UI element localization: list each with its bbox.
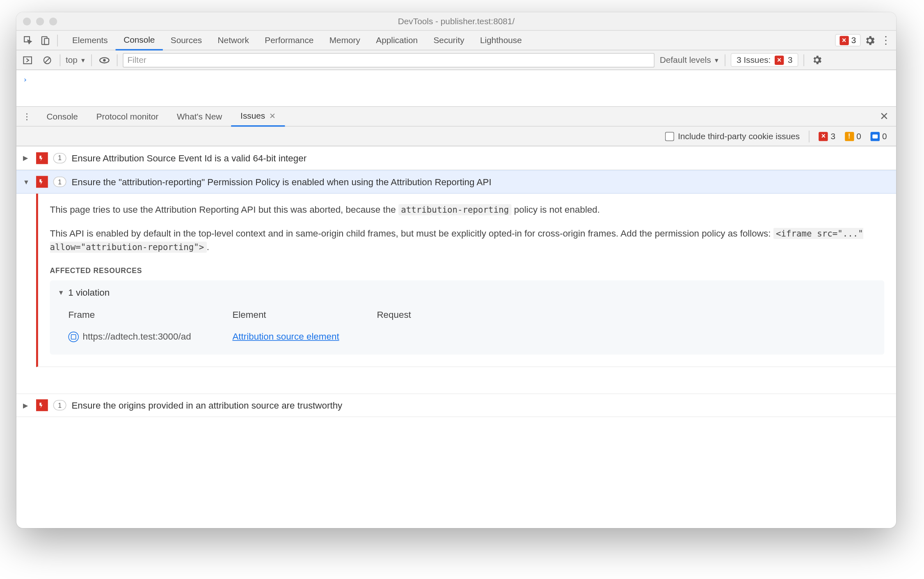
device-toggle-icon[interactable] (37, 32, 53, 48)
divider (809, 130, 810, 142)
divider (725, 54, 725, 66)
issues-label: 3 Issues: (736, 55, 771, 65)
console-body[interactable]: › (16, 70, 896, 107)
issues-toolbar: Include third-party cookie issues 3 0 0 (16, 126, 896, 146)
frame-url: https://adtech.test:3000/ad (83, 330, 191, 345)
error-icon (839, 36, 849, 45)
issues-count: 3 (788, 55, 793, 65)
col-request: Request (377, 305, 495, 325)
issue-description: This page tries to use the Attribution R… (50, 203, 885, 217)
issue-title: Ensure the origins provided in an attrib… (71, 400, 342, 411)
include-third-party-checkbox[interactable]: Include third-party cookie issues (665, 131, 800, 141)
warning-icon (844, 131, 853, 140)
error-count-badge[interactable]: 3 (835, 34, 861, 46)
affected-resources-heading: Affected Resources (50, 265, 885, 276)
divider (57, 34, 58, 46)
svg-rect-3 (23, 57, 32, 64)
issue-row[interactable]: ▼ 1 Ensure the "attribution-reporting" P… (16, 170, 896, 194)
col-frame: Frame (68, 305, 232, 325)
drawer-tab-issues-label: Issues (240, 111, 265, 121)
issue-row[interactable]: ▶ 1 Ensure Attribution Source Event Id i… (16, 146, 896, 170)
main-toolbar: Elements Console Sources Network Perform… (16, 31, 896, 51)
issue-title: Ensure the "attribution-reporting" Permi… (71, 177, 491, 187)
issue-detail: This page tries to use the Attribution R… (36, 194, 896, 368)
more-menu-icon[interactable]: ⋮ (879, 34, 892, 47)
include-third-party-input[interactable] (665, 131, 674, 140)
drawer-tab-issues[interactable]: Issues ✕ (231, 107, 285, 126)
svg-rect-7 (872, 134, 878, 138)
cell-element[interactable]: Attribution source element (232, 327, 377, 347)
collapse-triangle-icon: ▼ (58, 288, 64, 298)
window-title: DevTools - publisher.test:8081/ (16, 16, 896, 26)
info-count[interactable]: 0 (870, 131, 887, 141)
settings-gear-icon[interactable] (862, 32, 878, 48)
tab-memory[interactable]: Memory (322, 30, 368, 50)
info-icon (870, 131, 879, 140)
issue-row[interactable]: ▶ 1 Ensure the origins provided in an at… (16, 393, 896, 417)
tab-console[interactable]: Console (116, 30, 163, 50)
issue-count-pill: 1 (53, 400, 66, 411)
frame-icon (68, 332, 79, 342)
col-element: Element (232, 305, 377, 325)
divider (60, 54, 61, 66)
console-prompt-icon: › (23, 76, 27, 84)
divider (91, 54, 92, 66)
warning-count[interactable]: 0 (844, 131, 861, 141)
drawer-tab-whats-new[interactable]: What's New (168, 107, 231, 126)
expand-triangle-icon[interactable]: ▶ (23, 154, 31, 162)
context-selector[interactable]: top ▼ (66, 55, 86, 65)
svg-point-6 (103, 59, 105, 61)
drawer-tab-protocol-monitor[interactable]: Protocol monitor (87, 107, 167, 126)
clear-console-icon[interactable] (40, 55, 55, 64)
close-icon[interactable]: ✕ (269, 111, 276, 120)
code-inline: attribution-reporting (398, 204, 512, 215)
console-sidebar-toggle-icon[interactable] (21, 55, 35, 64)
expand-triangle-icon[interactable]: ▶ (23, 402, 31, 409)
svg-rect-0 (24, 36, 30, 41)
window-titlebar: DevTools - publisher.test:8081/ (16, 12, 896, 31)
breaking-change-icon (36, 152, 48, 164)
filter-input[interactable]: Filter (123, 53, 654, 67)
console-toolbar: top ▼ Filter Default levels ▼ 3 Issues: … (16, 51, 896, 70)
divider (117, 54, 118, 66)
error-icon (819, 131, 828, 140)
tab-elements[interactable]: Elements (64, 30, 116, 50)
error-count: 3 (851, 35, 856, 45)
violation-toggle[interactable]: ▼ 1 violation (58, 286, 876, 300)
collapse-triangle-icon[interactable]: ▼ (23, 178, 31, 186)
affected-table: Frame Element Request https://adtech.tes… (58, 305, 876, 347)
chevron-down-icon: ▼ (80, 57, 86, 63)
svg-rect-2 (44, 38, 49, 44)
drawer-tab-console[interactable]: Console (37, 107, 87, 126)
issue-count-pill: 1 (53, 153, 66, 163)
inspect-element-icon[interactable] (21, 32, 36, 48)
drawer-close-icon[interactable]: ✕ (876, 110, 892, 122)
filter-placeholder: Filter (127, 55, 146, 65)
cell-request (377, 327, 495, 347)
tab-lighthouse[interactable]: Lighthouse (472, 30, 530, 50)
breaking-change-icon (36, 176, 48, 188)
tab-security[interactable]: Security (425, 30, 472, 50)
log-levels-selector[interactable]: Default levels ▼ (660, 55, 720, 65)
cell-frame[interactable]: https://adtech.test:3000/ad (68, 327, 232, 347)
tab-performance[interactable]: Performance (257, 30, 321, 50)
issue-title: Ensure Attribution Source Event Id is a … (71, 153, 306, 163)
context-label: top (66, 55, 78, 65)
issue-description: This API is enabled by default in the to… (50, 226, 885, 255)
element-link[interactable]: Attribution source element (232, 330, 339, 345)
tab-network[interactable]: Network (210, 30, 257, 50)
error-count[interactable]: 3 (819, 131, 835, 141)
drawer-more-icon[interactable]: ⋮ (21, 112, 34, 122)
main-tabs: Elements Console Sources Network Perform… (64, 30, 530, 50)
console-settings-gear-icon[interactable] (810, 54, 824, 65)
issue-count-pill: 1 (53, 177, 66, 187)
error-icon (775, 55, 784, 64)
breaking-change-icon (36, 400, 48, 411)
tab-sources[interactable]: Sources (163, 30, 210, 50)
chevron-down-icon: ▼ (714, 57, 719, 63)
live-expression-icon[interactable] (97, 55, 112, 65)
tab-application[interactable]: Application (368, 30, 425, 50)
issues-summary[interactable]: 3 Issues: 3 (731, 53, 798, 67)
violation-label: 1 violation (68, 286, 110, 300)
levels-label: Default levels (660, 55, 711, 65)
